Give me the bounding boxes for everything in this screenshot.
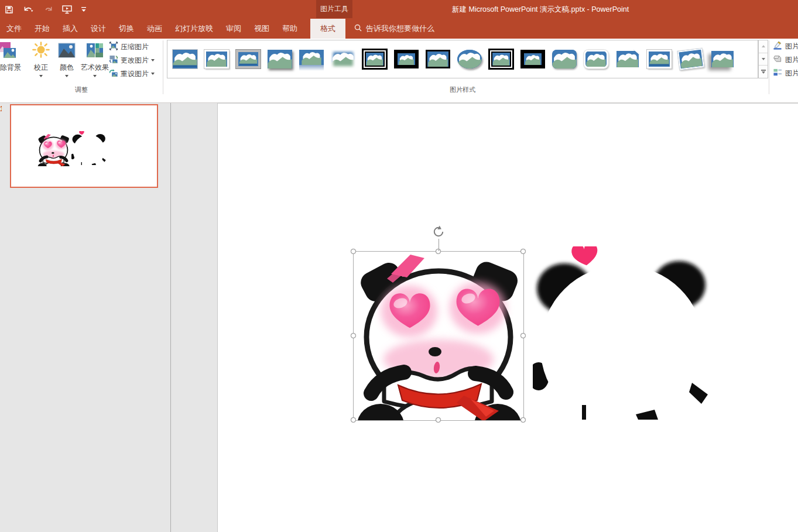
style-simple-frame-white[interactable] [171,43,199,75]
style-compound-frame-black[interactable] [487,43,515,75]
picture-styles-gallery [167,40,758,78]
style-double-frame-black[interactable] [361,43,389,75]
remove-background-button[interactable]: 删除背景 [0,40,28,83]
artistic-effects-icon [86,40,104,60]
customize-qat-icon[interactable] [81,6,87,13]
rotation-handle[interactable] [432,225,445,238]
powerpoint-window: 图片工具 新建 Microsoft PowerPoint 演示文稿.pptx -… [0,0,798,532]
artistic-effects-button[interactable]: 艺术效果 [78,40,111,83]
resize-handle[interactable] [351,333,356,338]
style-thick-frame-black[interactable] [392,43,420,75]
picture-effects-icon [773,54,782,65]
main-content: 1 [0,103,798,532]
tab-7[interactable]: 审阅 [220,19,248,39]
thumbnail-ghost-panda-image [71,131,107,165]
tab-3[interactable]: 设计 [84,19,112,39]
thumbnail-panda-image [37,133,70,166]
tab-9[interactable]: 帮助 [276,19,304,39]
group-divider [163,40,163,94]
group-divider [769,40,769,94]
picture-border-button[interactable]: 图片边框 [773,42,798,51]
adjust-group-label: 调整 [0,85,163,94]
style-rotated-white[interactable] [677,43,705,75]
resize-handle[interactable] [520,333,526,338]
gallery-more-button[interactable] [759,66,768,78]
artistic-effects-dropdown-caret [93,75,97,77]
slide-thumbnail-panel: 1 [0,103,171,532]
slide-number: 1 [0,105,2,112]
tab-6[interactable]: 幻灯片放映 [169,19,220,39]
picture-format-buttons: 图片边框 图片效果 图片版式 [773,42,798,78]
tell-me-search[interactable]: 告诉我你想要做什么 [354,19,434,39]
remove-background-icon [0,40,16,60]
tab-1[interactable]: 开始 [28,19,56,39]
resize-handle[interactable] [351,417,356,423]
picture-background-removed[interactable] [533,246,711,420]
reset-picture-dropdown-caret [151,73,155,75]
window-title: 新建 Microsoft PowerPoint 演示文稿.pptx - Powe… [452,0,629,19]
redo-icon [44,5,53,14]
search-label: 告诉我你想要做什么 [366,23,434,34]
change-picture-icon [109,55,118,66]
style-bevel-rectangle[interactable] [645,43,673,75]
color-button[interactable]: 颜色 [54,40,80,83]
gallery-scrollbar [758,40,768,78]
gallery-scroll-up-button[interactable] [759,40,768,53]
slide-canvas [171,103,798,532]
reset-picture-button[interactable]: 重设图片 [109,69,155,78]
style-moderate-frame-black[interactable] [519,43,547,75]
quick-access-toolbar [5,0,87,19]
resize-handle[interactable] [436,417,441,423]
picture-effects-button[interactable]: 图片效果 [773,55,798,64]
tab-4[interactable]: 切换 [112,19,141,39]
start-slideshow-icon[interactable] [62,5,72,14]
style-soft-edge-rectangle[interactable] [329,43,357,75]
resize-handle[interactable] [520,249,526,254]
tab-format-active[interactable]: 格式 [310,19,345,39]
picture-styles-group-label: 图片样式 [167,85,758,94]
picture-tools-context-header: 图片工具 [316,0,352,18]
reset-picture-icon [109,68,118,79]
corrections-sun-icon [32,40,50,60]
style-rounded-white[interactable] [582,43,610,75]
style-drop-shadow-rectangle[interactable] [266,43,294,75]
slide-editing-surface[interactable] [217,103,798,532]
adjust-small-buttons: 压缩图片 更改图片 重设图片 [109,42,155,78]
corrections-dropdown-caret [39,75,43,77]
corrections-button[interactable]: 校正 [28,40,54,83]
style-metal-oval[interactable] [455,43,484,75]
ribbon-tabs: 文件开始插入设计切换动画幻灯片放映审阅视图帮助格式 [0,19,345,39]
picture-border-icon [773,41,782,52]
undo-icon[interactable] [22,5,35,14]
style-rounded-rectangle[interactable] [550,43,578,75]
save-icon[interactable] [5,5,13,14]
resize-handle[interactable] [351,249,356,254]
style-metal-frame[interactable] [234,43,262,75]
resize-handle[interactable] [520,417,526,423]
picture-layout-icon [773,68,782,78]
search-icon [354,24,362,33]
style-simple-frame-black[interactable] [424,43,452,75]
change-picture-button[interactable]: 更改图片 [109,56,155,65]
style-beveled-matte-white[interactable] [203,43,231,75]
tab-0[interactable]: 文件 [0,19,28,39]
tab-2[interactable]: 插入 [56,19,84,39]
ribbon: 删除背景 校正 颜色 艺术效果 [0,39,798,103]
picture-layout-button[interactable]: 图片版式 [773,68,798,78]
style-reflected-rounded-rectangle[interactable] [297,43,326,75]
style-snip-diagonal-corner[interactable] [614,43,642,75]
style-perspective-shadow-white[interactable] [708,43,737,75]
title-bar: 图片工具 新建 Microsoft PowerPoint 演示文稿.pptx -… [0,0,798,19]
slide-1-thumbnail[interactable] [10,104,158,188]
compress-pictures-icon [109,42,118,52]
color-picture-icon [58,40,76,60]
change-picture-dropdown-caret [151,59,155,61]
tab-8[interactable]: 视图 [248,19,276,39]
picture-panda-heart-eyes[interactable] [354,252,523,420]
color-dropdown-caret [65,75,69,77]
rotation-handle-connector [439,239,439,251]
ribbon-tab-row: 文件开始插入设计切换动画幻灯片放映审阅视图帮助格式 告诉我你想要做什么 [0,19,798,39]
gallery-scroll-down-button[interactable] [759,53,768,66]
compress-pictures-button[interactable]: 压缩图片 [109,42,155,52]
tab-5[interactable]: 动画 [141,19,169,39]
